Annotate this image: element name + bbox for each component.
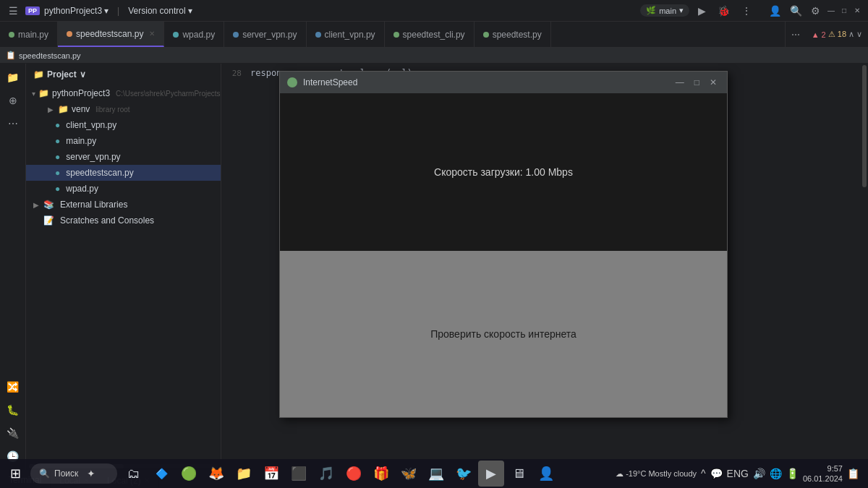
activity-plugins-icon[interactable]: 🔌 xyxy=(2,422,24,444)
tab-speedtest-py[interactable]: speedtest.py xyxy=(475,22,551,47)
editor-area: 28 response = request.urlopen(url) Inter… xyxy=(221,64,868,470)
git-branch-selector[interactable]: 🌿 main ▾ xyxy=(640,4,689,17)
py-icon-speedtestscan: ● xyxy=(55,168,60,178)
nav-up-icon[interactable]: ∧ xyxy=(848,30,854,39)
taskbar-app-gift[interactable]: 🎁 xyxy=(368,461,394,487)
tab-wpad-py[interactable]: wpad.py xyxy=(164,22,224,47)
tab-server-vpn-py[interactable]: server_vpn.py xyxy=(224,22,306,47)
tab-close-speedtestscan[interactable]: ✕ xyxy=(149,30,155,38)
project-selector[interactable]: pythonProject3 ▾ xyxy=(44,6,109,16)
profile-icon[interactable]: 👤 xyxy=(766,4,784,18)
taskbar-app-terminal[interactable]: ⬛ xyxy=(286,461,312,487)
windows-start-button[interactable]: ⊞ xyxy=(3,461,27,486)
tray-network-icon[interactable]: 🌐 xyxy=(770,468,782,479)
close-button[interactable]: ✕ xyxy=(852,6,862,16)
search-placeholder: Поиск xyxy=(54,468,78,479)
tree-item-scratches[interactable]: 📝 Scratches and Consoles xyxy=(26,213,221,228)
tab-main-py[interactable]: main.py xyxy=(0,22,58,47)
taskbar-app-red[interactable]: 🔴 xyxy=(341,461,367,487)
activity-files-icon[interactable]: 📁 xyxy=(2,67,24,88)
system-clock[interactable]: 9:57 06.01.2024 xyxy=(803,463,843,484)
taskbar-app-calendar[interactable]: 📅 xyxy=(258,461,284,487)
line-number-28: 28 xyxy=(221,69,250,78)
tree-venv-libroot: library root xyxy=(95,106,129,114)
tree-item-main-py[interactable]: ● main.py xyxy=(26,133,221,149)
pp-logo-icon: PP xyxy=(25,7,40,15)
activity-debug-icon[interactable]: 🐛 xyxy=(2,399,24,421)
taskbar-app-twitter[interactable]: 🐦 xyxy=(451,461,477,487)
breadcrumb: 📋 speedtestscan.py xyxy=(0,48,868,64)
tab-label-client-vpn: client_vpn.py xyxy=(325,30,375,40)
sidebar: 📁 Project ∨ ▾ 📁 pythonProject3 C:\Users\… xyxy=(26,64,221,470)
taskbar-app-butterfly[interactable]: 🦋 xyxy=(396,461,422,487)
vc-label: Version control xyxy=(128,6,185,16)
dialog-body: Скорость загрузки: 1.00 Mbps Проверить с… xyxy=(280,93,727,417)
tree-item-wpad[interactable]: ● wpad.py xyxy=(26,181,221,197)
dialog-bottom-panel[interactable]: Проверить скорость интернета xyxy=(280,251,727,417)
project-name: pythonProject3 xyxy=(44,6,102,16)
tab-more-button[interactable]: ⋯ xyxy=(785,22,806,47)
search-icon[interactable]: 🔍 xyxy=(787,4,805,18)
dialog-titlebar: InternetSpeed — □ ✕ xyxy=(280,72,727,93)
tab-label-speedtest-cli: speedtest_cli.py xyxy=(403,30,465,40)
taskbar-app-cmd[interactable]: ▶ xyxy=(478,461,504,487)
taskbar-app-user[interactable]: 👤 xyxy=(533,461,559,487)
tree-label-speedtestscan: speedtestscan.py xyxy=(66,168,133,178)
windows-search-bar[interactable]: 🔍 Поиск ✦ xyxy=(30,463,117,484)
nav-down-icon[interactable]: ∨ xyxy=(856,30,862,39)
taskbar-app-taskview[interactable]: 🗂 xyxy=(121,461,147,487)
tray-sound-icon[interactable]: 🔊 xyxy=(753,468,765,479)
internet-speed-dialog[interactable]: InternetSpeed — □ ✕ Скорость загрузки: 1… xyxy=(279,71,728,418)
tray-wechat-icon[interactable]: 💬 xyxy=(710,468,723,479)
sidebar-project-header[interactable]: 📁 Project ∨ xyxy=(26,64,221,85)
tray-battery-icon[interactable]: 🔋 xyxy=(786,468,799,479)
tab-client-vpn-py[interactable]: client_vpn.py xyxy=(307,22,385,47)
activity-search-icon[interactable]: ⊕ xyxy=(2,90,24,111)
editor-scrollbar[interactable] xyxy=(861,64,868,470)
tree-item-project-root[interactable]: ▾ 📁 pythonProject3 C:\Users\shrek\Pychar… xyxy=(26,85,221,101)
breadcrumb-icon: 📋 xyxy=(6,51,16,60)
dialog-maximize-button[interactable]: □ xyxy=(692,77,702,87)
taskbar-app-music[interactable]: 🎵 xyxy=(313,461,339,487)
taskbar-app-pc[interactable]: 🖥 xyxy=(506,461,532,487)
warn-count: ⚠ 18 xyxy=(828,30,846,39)
activity-vcs-icon[interactable]: 🔀 xyxy=(2,376,24,398)
tray-chevron-icon[interactable]: ^ xyxy=(701,468,706,479)
folder-icon-venv: 📁 xyxy=(58,104,69,114)
py-icon-main: ● xyxy=(55,136,60,146)
tree-arrow-venv: ▶ xyxy=(46,106,55,114)
notification-icon[interactable]: 📋 xyxy=(847,468,859,479)
tree-item-venv[interactable]: ▶ 📁 venv library root xyxy=(26,101,221,117)
minimize-button[interactable]: — xyxy=(826,6,836,16)
tree-item-server-vpn[interactable]: ● server_vpn.py xyxy=(26,149,221,165)
taskbar-app-spotify[interactable]: 🟢 xyxy=(176,461,202,487)
tree-item-client-vpn[interactable]: ● client_vpn.py xyxy=(26,117,221,133)
branch-icon: 🌿 xyxy=(646,6,656,15)
taskbar-app-msstore[interactable]: 🔷 xyxy=(148,461,174,487)
tree-item-speedtestscan[interactable]: ● speedtestscan.py xyxy=(26,165,221,181)
taskbar-app-explorer[interactable]: 📁 xyxy=(231,461,257,487)
maximize-button[interactable]: □ xyxy=(839,6,849,16)
py-icon-server-vpn: ● xyxy=(55,152,60,162)
activity-more-icon[interactable]: ⋯ xyxy=(2,113,24,134)
copilot-icon: ✦ xyxy=(87,468,95,479)
weather-widget[interactable]: ☁ -19°C Mostly cloudy xyxy=(616,469,697,479)
more-menu-button[interactable]: ⋮ xyxy=(739,4,754,18)
tree-arrow-extlibs: ▶ xyxy=(32,201,41,209)
version-control-selector[interactable]: Version control ▾ xyxy=(128,6,192,16)
debug-button[interactable]: 🐞 xyxy=(715,4,733,18)
taskbar-app-firefox[interactable]: 🦊 xyxy=(203,461,229,487)
run-button[interactable]: ▶ xyxy=(695,4,709,18)
taskbar-app-monitor[interactable]: 💻 xyxy=(423,461,449,487)
tree-item-external-libs[interactable]: ▶ 📚 External Libraries xyxy=(26,197,221,213)
tab-speedtestscan-py[interactable]: speedtestscan.py ✕ xyxy=(58,22,164,47)
settings-icon[interactable]: ⚙ xyxy=(808,4,823,18)
hamburger-icon[interactable]: ☰ xyxy=(6,4,21,18)
tab-speedtest-cli-py[interactable]: speedtest_cli.py xyxy=(385,22,475,47)
tray-lang-icon[interactable]: ENG xyxy=(727,468,749,479)
tab-notifications: ▲ 2 ⚠ 18 ∧ ∨ xyxy=(806,22,868,47)
dialog-minimize-button[interactable]: — xyxy=(673,77,687,87)
check-speed-button[interactable]: Проверить скорость интернета xyxy=(430,328,576,340)
dialog-close-button[interactable]: ✕ xyxy=(707,77,720,87)
sidebar-tree: ▾ 📁 pythonProject3 C:\Users\shrek\Pychar… xyxy=(26,85,221,463)
